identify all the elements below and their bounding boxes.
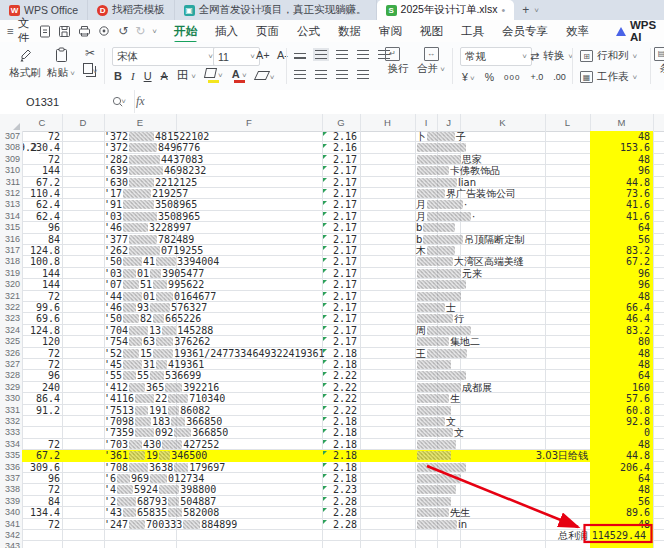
row-header-317[interactable]: 317 xyxy=(0,245,20,256)
cell-E-322[interactable]: '4693576327 xyxy=(104,302,207,313)
cell-C-315[interactable]: 96 xyxy=(22,222,60,233)
menu-item-审阅[interactable]: 审阅 xyxy=(370,22,411,41)
cell-M-332[interactable]: 92.8 xyxy=(590,416,650,427)
cell-C-321[interactable]: 72 xyxy=(22,291,60,302)
cell-K-336[interactable] xyxy=(416,462,467,473)
cell-M-322[interactable]: 66.4 xyxy=(590,302,650,313)
format-painter-button[interactable]: 格式刷 xyxy=(8,47,42,80)
cell-E-320[interactable]: '0751995622 xyxy=(104,279,204,290)
cell-K-329[interactable]: 成都展 xyxy=(416,382,492,393)
cell-K-309[interactable]: 思家 xyxy=(416,154,482,165)
row-header-310[interactable]: 310 xyxy=(0,165,20,176)
cell-G-322[interactable]: 2.17 xyxy=(322,302,357,313)
cell-K-333[interactable]: 文 xyxy=(416,427,464,438)
cell-C-311[interactable]: 67.2 xyxy=(22,177,60,188)
row-header-329[interactable]: 329 xyxy=(0,382,20,393)
row-header-331[interactable]: 331 xyxy=(0,405,20,416)
cell-M-316[interactable]: 56 xyxy=(590,234,650,245)
quickbar-caret-icon[interactable]: ˅ xyxy=(152,27,157,36)
cell-G-338[interactable]: 2.23 xyxy=(322,484,357,495)
cell-E-340[interactable]: '4365835582008 xyxy=(104,507,219,518)
tab-docer-template[interactable]: D 找稻壳模板 xyxy=(88,0,175,20)
cell-K-320[interactable] xyxy=(416,279,467,290)
row-header-315[interactable]: 315 xyxy=(0,222,20,233)
cell-E-310[interactable]: '6394698232 xyxy=(104,165,206,176)
cell-G-331[interactable]: 2.22 xyxy=(322,405,357,416)
cell-G-328[interactable]: 2.22 xyxy=(322,370,357,381)
cell-E-311[interactable]: '6302212125 xyxy=(104,177,197,188)
convert-button[interactable]: ⇄ 转换˅ xyxy=(530,49,573,63)
cell-C-341[interactable]: 72 xyxy=(22,519,60,530)
row-header-333[interactable]: 333 xyxy=(0,427,20,438)
cell-C-331[interactable]: 91.2 xyxy=(22,405,60,416)
cell-E-309[interactable]: '2824437083 xyxy=(104,154,203,165)
cell-E-327[interactable]: '4531419361 xyxy=(104,359,204,370)
paste-button[interactable]: 粘贴 ˅ xyxy=(46,47,76,80)
align-center-button[interactable] xyxy=(315,70,327,79)
column-header-E[interactable]: E xyxy=(104,114,177,131)
cell-M-341[interactable]: 48 xyxy=(590,519,650,530)
cell-C-328[interactable]: 96 xyxy=(22,370,60,381)
redo-icon[interactable]: ↻ xyxy=(135,24,145,38)
cell-K-322[interactable]: 士 xyxy=(416,302,456,313)
align-left-button[interactable] xyxy=(294,70,306,79)
cell-C-339[interactable]: 84 xyxy=(22,496,60,507)
row-header-339[interactable]: 339 xyxy=(0,496,20,507)
cell-M-319[interactable]: 96 xyxy=(590,268,650,279)
align-top-button[interactable] xyxy=(294,50,306,59)
percent-button[interactable]: % xyxy=(485,71,494,83)
cell-M-314[interactable]: 41.6 xyxy=(590,211,650,222)
increase-decimal-button[interactable]: +.0 xyxy=(530,72,543,82)
cell-K-317[interactable]: 木 xyxy=(416,245,456,256)
cell-K-334[interactable] xyxy=(416,439,457,450)
cell-E-325[interactable]: '75463376262 xyxy=(104,336,210,347)
row-header-340[interactable]: 340 xyxy=(0,507,20,518)
copy-icon[interactable]: ˅ xyxy=(82,63,98,76)
cell-E-314[interactable]: '033508965 xyxy=(104,211,200,222)
cell-C-320[interactable]: 144 xyxy=(22,279,60,290)
cell-K-308[interactable] xyxy=(416,142,467,153)
cell-E-334[interactable]: '703430427252 xyxy=(104,439,219,450)
row-header-309[interactable]: 309 xyxy=(0,154,20,165)
menu-item-公式[interactable]: 公式 xyxy=(288,22,329,41)
justify-button[interactable] xyxy=(357,70,369,79)
cell-E-319[interactable]: '03013905477 xyxy=(104,268,204,279)
cell-C-314[interactable]: 62.4 xyxy=(22,211,60,222)
cell-E-316[interactable]: '377782489 xyxy=(104,234,194,245)
cell-C-308[interactable]: 230.4 xyxy=(22,142,60,153)
column-header-D[interactable]: D xyxy=(62,114,105,131)
cell-L-335[interactable]: 3.03日给钱 xyxy=(498,450,588,461)
cell-K-328[interactable] xyxy=(416,370,467,381)
increase-font-button[interactable]: A+ xyxy=(256,49,270,61)
cell-M-326[interactable]: 48 xyxy=(590,348,650,359)
cell-E-336[interactable]: '7083638179697 xyxy=(104,462,225,473)
italic-button[interactable]: I xyxy=(131,70,135,82)
cell-K-312[interactable]: 界广告装饰公司 xyxy=(416,188,516,199)
cell-M-311[interactable]: 44.8 xyxy=(590,177,650,188)
cell-E-313[interactable]: '913508965 xyxy=(104,199,197,210)
cell-C-310[interactable]: 144 xyxy=(22,165,60,176)
cell-G-324[interactable]: 2.17 xyxy=(322,325,357,336)
cell-C-340[interactable]: 134.4 xyxy=(22,507,60,518)
cell-G-309[interactable]: 2.17 xyxy=(322,154,357,165)
cell-K-325[interactable]: 集地二 xyxy=(416,336,480,347)
align-right-button[interactable] xyxy=(336,70,348,79)
cell-M-308[interactable]: 153.6 xyxy=(590,142,650,153)
column-header-G[interactable]: G xyxy=(322,114,361,131)
wrap-text-button[interactable]: ↵ 换行 xyxy=(385,47,411,76)
cell-K-332[interactable]: 文 xyxy=(416,416,456,427)
cell-G-341[interactable]: 2.28 xyxy=(322,519,357,530)
underline-button[interactable]: U xyxy=(144,70,152,82)
cell-E-339[interactable]: '268793504887 xyxy=(104,496,216,507)
cell-M-327[interactable]: 48 xyxy=(590,359,650,370)
cell-K-337[interactable] xyxy=(416,473,462,484)
cell-E-317[interactable]: '2620719255 xyxy=(104,245,203,256)
row-header-330[interactable]: 330 xyxy=(0,393,20,404)
preview-icon[interactable] xyxy=(98,25,111,38)
cell-K-318[interactable]: 大湾区高端美缝 xyxy=(416,256,524,267)
cell-C-312[interactable]: 110.4 xyxy=(22,188,60,199)
column-header-F[interactable]: F xyxy=(176,114,323,131)
row-header-316[interactable]: 316 xyxy=(0,234,20,245)
menu-item-数据[interactable]: 数据 xyxy=(329,22,370,41)
cell-G-335[interactable]: 2.18 xyxy=(322,450,357,461)
